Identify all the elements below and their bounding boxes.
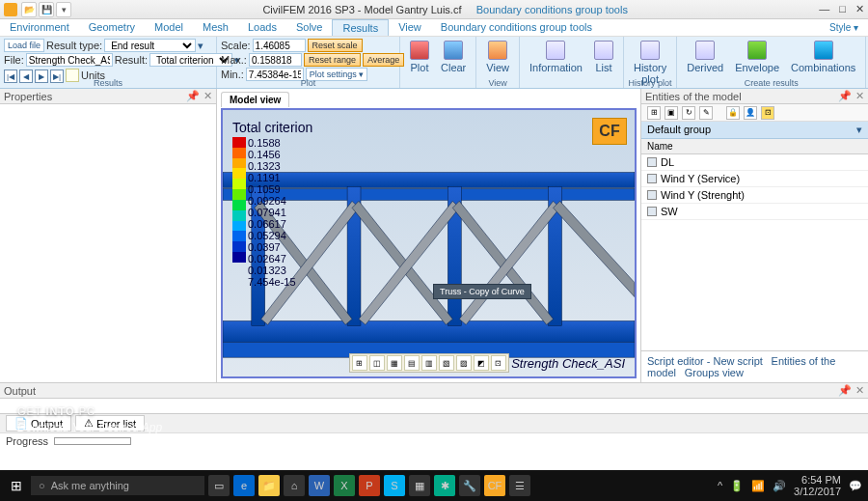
app-icon[interactable]: CF	[484, 475, 505, 496]
close-pane-icon[interactable]: ✕	[855, 384, 864, 397]
pin-icon[interactable]: 📌	[838, 90, 852, 102]
ent-icon[interactable]: 👤	[744, 106, 757, 120]
maximize-button[interactable]: □	[839, 3, 846, 15]
derived-button[interactable]: Derived	[681, 39, 729, 83]
search-box[interactable]: ○ Ask me anything	[31, 476, 204, 495]
reset-scale-button[interactable]: Reset scale	[308, 39, 363, 52]
close-pane-icon[interactable]: ✕	[203, 90, 212, 102]
svg-marker-11	[359, 201, 459, 324]
model-view-pane: Model view	[217, 89, 641, 382]
file-label: File:	[4, 54, 24, 66]
script-editor-link[interactable]: Script editor - New script	[647, 355, 763, 367]
taskview-icon[interactable]: ▭	[208, 475, 230, 496]
plot-button[interactable]: Plot	[404, 39, 435, 83]
pin-icon[interactable]: 📌	[838, 384, 852, 397]
vt-icon[interactable]: ⊡	[491, 355, 506, 371]
combinations-button[interactable]: Combinations	[785, 39, 861, 83]
output-body	[0, 399, 868, 413]
tab-geometry[interactable]: Geometry	[79, 19, 145, 36]
error-list-tab[interactable]: ⚠Error list	[75, 415, 145, 431]
tab-boundary[interactable]: Boundary conditions group tools	[431, 19, 602, 36]
ribbon: Load file Result type: End result ▾ File…	[0, 37, 868, 89]
tab-view[interactable]: View	[389, 19, 431, 36]
vt-icon[interactable]: ▦	[387, 355, 402, 371]
load-file-button[interactable]: Load file	[4, 39, 44, 52]
reset-range-button[interactable]: Reset range	[304, 53, 361, 67]
ribbon-group-plot: Scale: Reset scale Max.: Reset range Ave…	[217, 37, 400, 88]
app-icon[interactable]: X	[334, 475, 355, 496]
tray-icon[interactable]: ^	[718, 480, 722, 491]
vt-icon[interactable]: ▤	[404, 355, 420, 371]
app-icon[interactable]: P	[359, 475, 380, 496]
model-view-tab[interactable]: Model view	[221, 92, 289, 107]
title-bar: 📂 💾 ▾ CivilFEM 2016 SP3 - Model Gantry L…	[0, 0, 868, 19]
scale-label: Scale:	[221, 40, 251, 51]
scale-input[interactable]	[253, 39, 306, 52]
ent-icon[interactable]: 🔒	[726, 106, 740, 120]
envelope-button[interactable]: Envelope	[729, 39, 785, 83]
list-item[interactable]: DL	[641, 154, 868, 171]
app-icon[interactable]: ▦	[409, 475, 430, 496]
list-item[interactable]: SW	[641, 204, 868, 220]
list-button[interactable]: List	[588, 39, 619, 83]
cf-logo-icon: CF	[592, 118, 627, 145]
group-label-results: Results	[0, 78, 216, 88]
result-type-select[interactable]: End result	[104, 39, 196, 52]
qat-save-icon[interactable]: 💾	[39, 2, 54, 17]
minimize-button[interactable]: —	[819, 3, 829, 15]
ent-icon[interactable]: ▣	[665, 106, 678, 120]
style-dropdown[interactable]: Style ▾	[820, 22, 868, 33]
tray-icon[interactable]: 🔊	[773, 480, 786, 492]
hover-tooltip: Truss - Copy of Curve	[433, 284, 531, 299]
vt-icon[interactable]: ◩	[474, 355, 489, 371]
qat-dropdown-icon[interactable]: ▾	[56, 2, 71, 17]
average-button[interactable]: Average	[363, 53, 404, 67]
view-button[interactable]: View	[480, 39, 515, 83]
clock[interactable]: 6:54 PM3/12/2017	[794, 474, 841, 497]
tab-results[interactable]: Results	[332, 19, 389, 36]
tray-icon[interactable]: 📶	[751, 480, 765, 492]
entities-toolbar: ⊞▣↻✎ 🔒👤⊡	[641, 104, 868, 122]
app-icon[interactable]: e	[233, 475, 255, 496]
ent-icon[interactable]: ⊡	[761, 106, 774, 120]
app-icon[interactable]: 📁	[258, 475, 280, 496]
vt-icon[interactable]: ◫	[369, 355, 385, 371]
app-icon[interactable]: W	[309, 475, 330, 496]
ent-icon[interactable]: ⊞	[647, 106, 661, 120]
tab-model[interactable]: Model	[145, 19, 193, 36]
list-item[interactable]: Wind Y (Strenght)	[641, 187, 868, 204]
list-item[interactable]: Wind Y (Service)	[641, 171, 868, 187]
close-button[interactable]: ✕	[855, 3, 864, 15]
tab-loads[interactable]: Loads	[238, 19, 286, 36]
ent-icon[interactable]: ✎	[699, 106, 713, 120]
pin-icon[interactable]: 📌	[186, 90, 200, 102]
tray-icon[interactable]: 🔋	[730, 480, 744, 492]
vt-icon[interactable]: ⊞	[352, 355, 367, 371]
tab-mesh[interactable]: Mesh	[193, 19, 238, 36]
default-group-header[interactable]: Default group▾	[641, 122, 868, 139]
tab-environment[interactable]: Environment	[0, 19, 79, 36]
info-button[interactable]: Information	[524, 39, 588, 83]
svg-marker-12	[452, 201, 553, 324]
clear-button[interactable]: Clear	[435, 39, 472, 83]
notifications-icon[interactable]: 💬	[849, 480, 862, 492]
tab-solve[interactable]: Solve	[286, 19, 333, 36]
groups-view-link[interactable]: Groups view	[685, 367, 744, 378]
model-canvas[interactable]: Total criterion 0.15880.14560.13230.1191…	[221, 108, 637, 378]
app-icon[interactable]: ☰	[509, 475, 530, 496]
app-icon[interactable]: ⌂	[284, 475, 305, 496]
start-button[interactable]: ⊞	[6, 475, 27, 496]
close-pane-icon[interactable]: ✕	[855, 90, 864, 102]
group-label-create: Create results	[677, 78, 865, 88]
vt-icon[interactable]: ▧	[439, 355, 454, 371]
vt-icon[interactable]: ▨	[456, 355, 472, 371]
app-icon[interactable]: 🔧	[459, 475, 480, 496]
max-input[interactable]	[249, 53, 302, 67]
ent-icon[interactable]: ↻	[682, 106, 695, 120]
app-icon[interactable]: S	[384, 475, 405, 496]
qat-open-icon[interactable]: 📂	[21, 2, 37, 17]
output-tab[interactable]: 📄Output	[6, 415, 71, 431]
file-input[interactable]	[26, 53, 113, 67]
app-icon[interactable]: ✱	[434, 475, 455, 496]
vt-icon[interactable]: ▥	[421, 355, 437, 371]
